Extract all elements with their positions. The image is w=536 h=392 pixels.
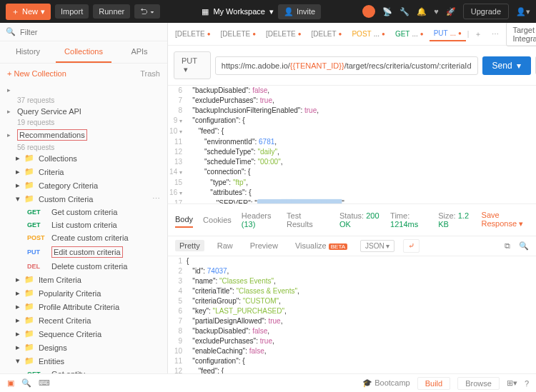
collection-sub: 37 requests: [0, 96, 167, 104]
view-preview[interactable]: Preview: [246, 240, 282, 251]
find-icon[interactable]: 🔍: [21, 378, 31, 388]
trash-link[interactable]: Trash: [140, 69, 160, 78]
request-item[interactable]: GETGet custom criteria: [0, 206, 167, 218]
code-line: 2 "id": 74037,: [168, 266, 536, 276]
view-raw[interactable]: Raw: [213, 240, 237, 251]
request-tab[interactable]: POST ...●: [347, 27, 389, 41]
resp-tab-body[interactable]: Body: [175, 212, 193, 228]
user-plus-icon: 👤: [284, 7, 294, 16]
code-line: 15 "type": "ftp",: [168, 178, 536, 188]
tab-add-button[interactable]: ＋: [470, 26, 486, 42]
bootcamp-link[interactable]: 🎓 Bootcamp: [362, 378, 410, 388]
request-item[interactable]: GETGet entity: [0, 368, 167, 373]
view-pretty[interactable]: Pretty: [175, 240, 204, 251]
code-line: 14 ▾ "connection": {: [168, 167, 536, 178]
invite-button[interactable]: 👤Invite: [278, 4, 321, 19]
wrap-toggle[interactable]: ⤶: [403, 239, 420, 253]
copy-icon[interactable]: ⧉: [505, 241, 510, 251]
code-line: 10 "enableCaching": false,: [168, 346, 536, 356]
runner-button[interactable]: Runner: [93, 4, 130, 19]
code-line: 11 "configuration": {: [168, 356, 536, 366]
folder-item[interactable]: ▸📁Designs: [0, 341, 167, 354]
collection-sub: 56 requests: [0, 144, 167, 151]
code-line: 6 "backupDisabled": false,: [168, 86, 536, 96]
request-item[interactable]: PUTEdit custom criteria: [0, 244, 167, 260]
request-item[interactable]: POSTCreate custom criteria: [0, 231, 167, 244]
resp-time: Time: 1214ms: [390, 211, 428, 228]
collection-item[interactable]: ▸Recommendations: [0, 126, 167, 144]
mode-browse[interactable]: Browse: [457, 377, 500, 390]
method-select[interactable]: PUT ▾: [174, 51, 211, 79]
folder-item[interactable]: ▾📁Entities: [0, 354, 167, 368]
resp-tab-headers[interactable]: Headers (13): [242, 208, 277, 231]
code-line: 1{: [168, 256, 536, 266]
chevron-down-icon: ▾: [517, 61, 521, 71]
new-button[interactable]: ＋New ▾: [6, 4, 51, 20]
folder-item[interactable]: ▾📁Custom Criteria⋯: [0, 192, 167, 206]
folder-item[interactable]: ▸📁Profile Attribute Criteria: [0, 300, 167, 313]
sync-icon[interactable]: [362, 5, 375, 18]
request-tab[interactable]: [DELETE●: [171, 27, 215, 41]
heart-icon[interactable]: ♥: [434, 7, 439, 16]
avatar-icon[interactable]: 👤▾: [516, 7, 530, 16]
format-select[interactable]: JSON ▾: [360, 240, 394, 252]
filter-input[interactable]: [20, 28, 162, 36]
rocket-icon[interactable]: 🚀: [446, 7, 456, 16]
view-visualize[interactable]: VisualizeBETA: [291, 240, 352, 251]
collection-item[interactable]: ▸Query Service API: [0, 104, 167, 119]
wrench-icon[interactable]: 🔧: [399, 7, 410, 16]
upgrade-button[interactable]: Upgrade: [463, 4, 509, 19]
search-resp-icon[interactable]: 🔍: [519, 241, 529, 251]
request-tab[interactable]: [DELETE●: [217, 27, 261, 41]
code-line: 6 "key": "LAST_PURCHASED",: [168, 306, 536, 316]
resp-tab-tests[interactable]: Test Results: [287, 208, 319, 231]
code-line: 13 "scheduleTime": "00:00",: [168, 157, 536, 167]
request-tab[interactable]: [DELET●: [307, 27, 347, 41]
code-line: 7 "excludePurchases": true,: [168, 96, 536, 106]
folder-item[interactable]: ▸📁Item Criteria: [0, 273, 167, 286]
plus-icon: ＋: [11, 6, 19, 17]
folder-item[interactable]: ▸📁Recent Criteria: [0, 313, 167, 327]
code-line: 3 "name": "Classes Events",: [168, 276, 536, 286]
bell-icon[interactable]: 🔔: [417, 7, 427, 16]
satellite-icon[interactable]: 📡: [382, 7, 392, 16]
resp-tab-cookies[interactable]: Cookies: [203, 213, 232, 227]
code-line: 11 "environmentId": 6781,: [168, 137, 536, 147]
folder-item[interactable]: ▸📁Category Criteria: [0, 179, 167, 192]
code-line: 16 ▾ "attributes": {: [168, 188, 536, 198]
tab-history[interactable]: History: [0, 41, 56, 63]
tab-overflow-button[interactable]: ⋯: [487, 27, 503, 41]
code-line: 10 ▾ "feed": {: [168, 126, 536, 137]
request-tab[interactable]: GET ...●: [391, 27, 428, 41]
folder-item[interactable]: ▸📁Collections: [0, 151, 167, 165]
new-collection-link[interactable]: + New Collection: [7, 69, 66, 78]
search-icon: 🔍: [6, 27, 16, 36]
code-line: 9 "excludePurchases": true,: [168, 336, 536, 346]
help-icon[interactable]: ?: [525, 379, 529, 388]
workspace-selector[interactable]: ▦My Workspace ▾: [202, 7, 274, 16]
request-tab[interactable]: PUT ...●: [430, 26, 466, 41]
tab-apis[interactable]: APIs: [111, 41, 167, 63]
environment-select[interactable]: Target Integration▾: [506, 23, 536, 46]
save-response-button[interactable]: Save Response ▾: [482, 211, 529, 228]
collection-sub: 19 requests: [0, 119, 167, 126]
folder-item[interactable]: ▸📁Criteria: [0, 165, 167, 179]
request-item[interactable]: GETList custom criteria: [0, 218, 167, 231]
code-line: 4 "criteriaTitle": "Classes & Events",: [168, 286, 536, 296]
request-item[interactable]: DELDelete custom criteria: [0, 260, 167, 273]
send-button[interactable]: Send▾: [482, 56, 531, 75]
mode-build[interactable]: Build: [417, 377, 450, 390]
code-line: 8 "backupDisabled": false,: [168, 326, 536, 336]
collection-item[interactable]: ▸: [0, 84, 167, 96]
tab-divider: |: [467, 30, 470, 38]
tab-collections[interactable]: Collections: [56, 41, 111, 63]
request-tab[interactable]: [DELETE●: [262, 27, 306, 41]
more-button[interactable]: ⮌ ▾: [134, 4, 160, 19]
folder-item[interactable]: ▸📁Sequence Criteria: [0, 327, 167, 341]
two-pane-icon[interactable]: ⊞▾: [507, 378, 517, 388]
console-icon[interactable]: ▣: [7, 378, 14, 388]
folder-item[interactable]: ▸📁Popularity Criteria: [0, 286, 167, 300]
import-button[interactable]: Import: [55, 4, 89, 19]
url-input[interactable]: https://mc.adobe.io/{{TENANT_ID}}/target…: [215, 56, 478, 75]
terminal-icon[interactable]: ⌨: [39, 378, 50, 388]
